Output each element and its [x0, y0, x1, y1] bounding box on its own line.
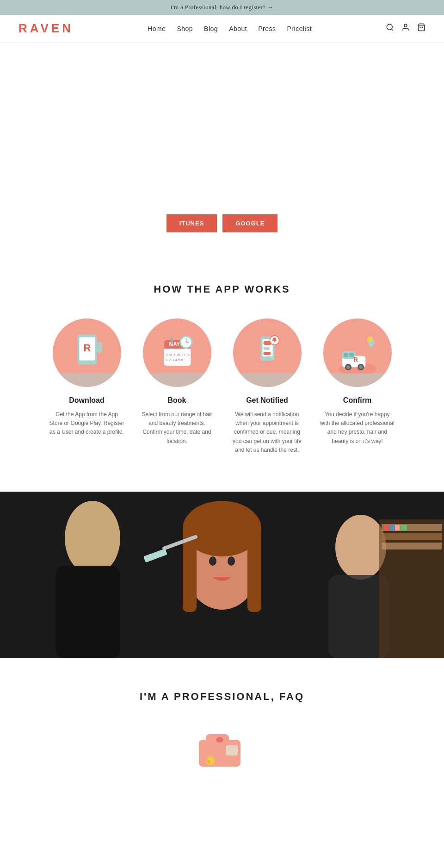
step-confirm: R Confirm You decide if you're happy wit… [312, 318, 402, 455]
step-confirm-desc: You decide if you're happy with the allo… [320, 410, 395, 446]
svg-rect-57 [390, 525, 394, 531]
site-logo[interactable]: RAVEN [18, 21, 74, 36]
svg-rect-13 [170, 337, 173, 344]
how-section: HOW THE APP WORKS R [0, 256, 444, 492]
svg-point-38 [367, 337, 373, 342]
google-button[interactable]: GOOGLE [222, 214, 278, 232]
svg-rect-31 [344, 353, 348, 357]
faq-icon-area: $ [18, 726, 426, 772]
svg-point-46 [209, 556, 216, 566]
hero-photo-art [0, 492, 444, 658]
nav-home[interactable]: Home [148, 25, 166, 32]
svg-point-66 [216, 737, 223, 743]
faq-title: I'M A PROFESSIONAL, FAQ [18, 691, 426, 703]
nav-pricelist[interactable]: Pricelist [287, 25, 312, 32]
faq-section: I'M A PROFESSIONAL, FAQ $ [0, 658, 444, 791]
svg-point-40 [65, 501, 120, 575]
svg-point-36 [359, 365, 363, 369]
hero-buttons: ITUNES GOOGLE [166, 214, 278, 232]
main-nav: Home Shop Blog About Press Pricelist [148, 25, 312, 32]
step-book: MAY S M T W T F S 1 2 3 4 5 6 [132, 318, 222, 455]
step-book-icon: MAY S M T W T F S 1 2 3 4 5 6 [143, 318, 211, 387]
svg-line-1 [391, 29, 393, 30]
svg-rect-54 [382, 533, 442, 540]
nav-blog[interactable]: Blog [204, 25, 218, 32]
announcement-text: I'm a Professional, how do I register? → [171, 4, 273, 11]
how-section-title: HOW THE APP WORKS [18, 283, 426, 295]
svg-rect-25 [263, 352, 271, 355]
step-download-desc: Get the App from the App Store or Google… [49, 410, 124, 437]
user-icon[interactable] [401, 23, 410, 34]
svg-point-0 [387, 24, 392, 30]
cart-icon[interactable] [417, 23, 426, 34]
step-notified: Get Notified We will send a notification… [222, 318, 312, 455]
header-icons [386, 23, 426, 34]
announcement-bar: I'm a Professional, how do I register? → [0, 0, 444, 15]
svg-rect-55 [382, 543, 442, 550]
steps-grid: R Download Get the App from the App Stor… [42, 318, 402, 455]
site-header: RAVEN Home Shop Blog About Press Priceli… [0, 15, 444, 43]
svg-point-2 [404, 24, 407, 27]
nav-about[interactable]: About [229, 25, 247, 32]
svg-rect-41 [56, 566, 120, 658]
svg-point-50 [335, 515, 386, 580]
step-download-title: Download [49, 396, 124, 405]
svg-rect-45 [247, 529, 261, 612]
photo-section [0, 492, 444, 658]
step-download: R Download Get the App from the App Stor… [42, 318, 132, 455]
svg-point-47 [228, 556, 235, 566]
step-notified-title: Get Notified [229, 396, 305, 405]
step-confirm-icon: R [323, 318, 392, 387]
svg-text:S M T W T F S: S M T W T F S [166, 353, 190, 357]
nav-press[interactable]: Press [258, 25, 276, 32]
svg-point-34 [346, 365, 350, 369]
svg-rect-58 [395, 525, 400, 531]
step-notified-icon [233, 318, 302, 387]
step-book-desc: Select from our range of hair and beauty… [139, 410, 215, 446]
step-confirm-title: Confirm [320, 396, 395, 405]
step-notified-desc: We will send a notification when your ap… [229, 410, 305, 455]
svg-rect-27 [274, 341, 275, 342]
svg-rect-24 [263, 347, 270, 350]
nav-shop[interactable]: Shop [177, 25, 193, 32]
svg-rect-59 [401, 525, 407, 531]
svg-rect-56 [384, 525, 389, 531]
hero-section: ITUNES GOOGLE [0, 43, 444, 256]
step-book-title: Book [139, 396, 215, 405]
search-icon[interactable] [386, 23, 394, 34]
step-download-icon: R [53, 318, 121, 387]
wallet-icon: $ [194, 726, 250, 772]
svg-text:R: R [353, 356, 358, 363]
svg-text:1  2  3  4  5  6: 1 2 3 4 5 6 [166, 358, 183, 362]
svg-rect-62 [226, 745, 238, 756]
itunes-button[interactable]: ITUNES [166, 214, 217, 232]
svg-text:R: R [83, 342, 91, 354]
svg-text:$: $ [208, 759, 210, 763]
